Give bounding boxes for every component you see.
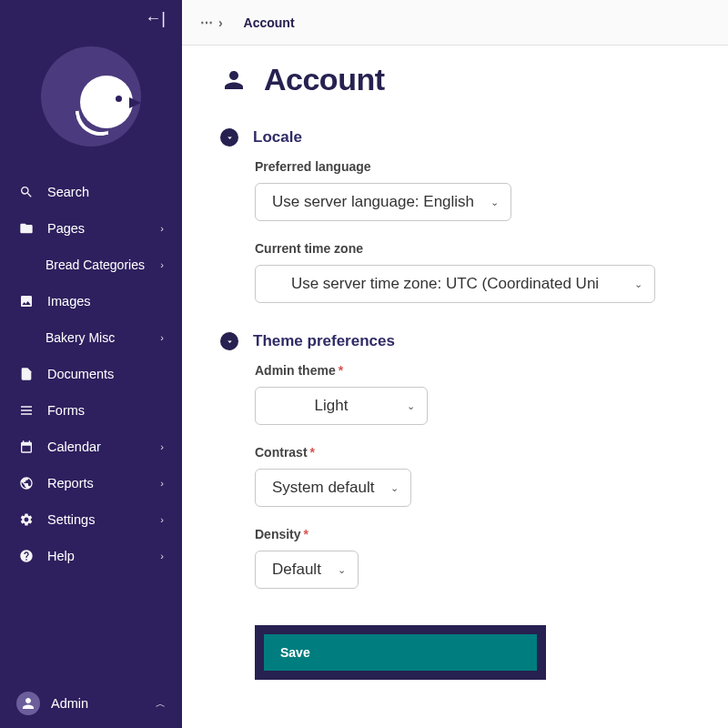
doc-icon [18,367,35,381]
nav-item-label: Documents [47,367,164,381]
calendar-icon [18,440,35,454]
nav-help[interactable]: Help › [0,538,182,574]
density-select[interactable]: Default [255,551,359,589]
breadcrumb-ellipsis[interactable]: ⋯ › [200,15,224,30]
main: ⋯ › Account Account Locale Preferr [182,0,728,728]
nav-item-label: Bread Categories [46,258,147,272]
nav-calendar[interactable]: Calendar › [0,429,182,465]
nav-item-label: Settings [47,512,147,527]
nav-settings[interactable]: Settings › [0,501,182,538]
breadcrumb: ⋯ › Account [182,0,728,46]
avatar-icon [16,692,40,715]
sidebar: ←| Search Pages › [0,0,182,728]
section-locale: Locale Preferred language Use server lan… [182,119,728,303]
nav-documents[interactable]: Documents [0,356,182,392]
nav-item-label: Forms [47,403,164,418]
chevron-down-icon [220,332,238,350]
required-marker: * [310,445,315,460]
section-locale-toggle[interactable]: Locale [220,119,710,159]
chevron-right-icon: › [160,223,164,234]
nav-pages[interactable]: Pages › [0,210,182,247]
chevron-right-icon: › [160,441,164,452]
chevron-right-icon: › [160,514,164,525]
nav: Search Pages › Bread Categories › Images [0,174,182,679]
field-admin-theme-label: Admin theme* [255,363,710,378]
globe-icon [18,476,35,490]
page-header: Account [182,46,728,119]
section-theme: Theme preferences Admin theme* Light ⌄ C… [182,323,728,680]
actions-bar: Save [255,625,546,680]
field-timezone: Current time zone Use server time zone: … [220,241,710,303]
image-icon [18,294,35,308]
nav-bakery-misc[interactable]: Bakery Misc › [0,319,182,356]
chevron-right-icon: › [160,478,164,489]
nav-search-label: Search [47,185,164,199]
save-button[interactable]: Save [264,634,537,671]
section-theme-title: Theme preferences [253,332,395,350]
nav-item-label: Reports [47,476,147,490]
required-marker: * [339,363,343,378]
nav-images[interactable]: Images [0,283,182,319]
field-density: Density* Default ⌄ [220,527,710,589]
contrast-select[interactable]: System default [255,469,411,507]
field-contrast: Contrast* System default ⌄ [220,445,710,507]
admin-theme-select[interactable]: Light [255,387,428,425]
nav-search[interactable]: Search [0,174,182,210]
section-theme-toggle[interactable]: Theme preferences [220,323,710,363]
nav-item-label: Images [47,294,164,308]
breadcrumb-current: Account [244,15,295,30]
page-title: Account [264,62,385,97]
nav-item-label: Pages [47,221,147,236]
nav-item-label: Calendar [47,440,147,454]
field-contrast-label: Contrast* [255,445,710,460]
nav-item-label: Bakery Misc [46,330,147,345]
language-select[interactable]: Use server language: English [255,183,511,221]
field-timezone-label: Current time zone [255,241,710,256]
nav-forms[interactable]: Forms [0,392,182,429]
account-icon [220,66,248,94]
chevron-right-icon: › [160,259,164,270]
field-density-label: Density* [255,527,710,541]
sidebar-collapse-icon[interactable]: ←| [145,9,166,33]
chevron-down-icon [220,128,238,147]
logo[interactable] [0,33,182,174]
folder-icon [18,221,35,236]
cog-icon [18,512,35,527]
field-admin-theme: Admin theme* Light ⌄ [220,363,710,425]
sidebar-user-menu[interactable]: Admin ︿ [0,679,182,728]
nav-item-label: Help [47,549,147,563]
timezone-select[interactable]: Use server time zone: UTC (Coordinated U… [255,265,655,303]
sidebar-user-label: Admin [51,696,145,711]
search-icon [18,185,35,199]
chevron-up-icon: ︿ [156,697,166,711]
chevron-right-icon: › [160,551,164,561]
list-icon [18,403,35,418]
chevron-right-icon: › [160,332,164,343]
nav-bread-categories[interactable]: Bread Categories › [0,247,182,283]
field-language-label: Preferred language [255,159,710,174]
section-locale-title: Locale [253,128,302,147]
help-icon [18,549,35,563]
field-language: Preferred language Use server language: … [220,159,710,221]
required-marker: * [304,527,308,541]
nav-reports[interactable]: Reports › [0,465,182,501]
